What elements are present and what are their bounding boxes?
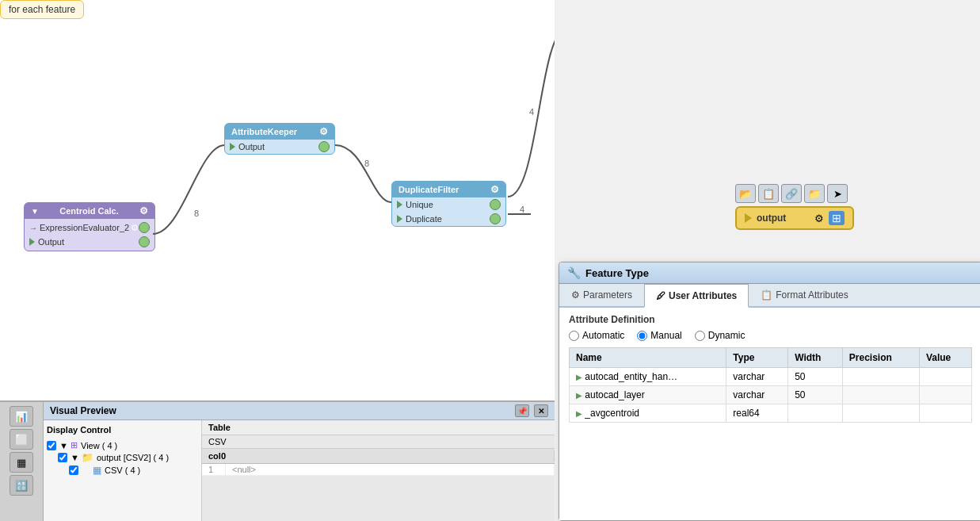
dc-checkbox-output[interactable] — [58, 453, 67, 462]
canvas-area: for each feature ▼ Centroid Calc. ⚙ → Ex… — [0, 0, 555, 404]
ak-output-arrow — [230, 143, 235, 151]
radio-manual-label: Manual — [650, 330, 681, 341]
svg-text:8: 8 — [364, 159, 369, 168]
table-subtitle: CSV — [208, 437, 227, 446]
radio-dynamic[interactable]: Dynamic — [695, 330, 745, 341]
table-row-num: 1 — [202, 464, 226, 475]
svg-text:4: 4 — [520, 205, 524, 214]
centroid-calc-gear[interactable]: ⚙ — [139, 205, 148, 216]
dc-item-output: ▼ 📁 output [CSV2] ( 4 ) — [47, 451, 198, 464]
attr-value-cell — [919, 404, 971, 423]
toolbar-strip: 📂 📋 🔗 📁 ➤ — [735, 184, 848, 203]
duplicate-filter-gear[interactable]: ⚙ — [490, 184, 499, 195]
output-node-table-icon[interactable]: ⊞ — [829, 211, 845, 225]
vp-pin-btn[interactable]: 📌 — [515, 404, 529, 417]
dc-item-view: ▼ ⊞ View ( 4 ) — [47, 439, 198, 451]
radio-automatic-input[interactable] — [569, 331, 579, 341]
radio-manual[interactable]: Manual — [637, 330, 681, 341]
output-arrow-icon — [29, 238, 35, 246]
dc-checkbox-csv[interactable] — [69, 465, 78, 475]
table-title: Table — [208, 423, 231, 432]
dc-label-csv: CSV ( 4 ) — [105, 465, 140, 475]
dc-title: Display Control — [47, 423, 198, 436]
attr-table-body: ▶ autocad_entity_han… varchar 50 ▶ autoc… — [570, 368, 972, 423]
attr-width-cell — [788, 404, 843, 423]
df-duplicate-label: Duplicate — [406, 214, 442, 224]
ft-tabs: ⚙ Parameters 🖊 User Attributes 📋 Format … — [559, 284, 980, 308]
table-section: Table CSV col0 1 <null> — [202, 420, 555, 521]
attr-width-cell: 50 — [788, 386, 843, 404]
attr-table-header-row: Name Type Width Precision Value — [570, 348, 972, 368]
ft-attr-def-section: Attribute Definition Automatic Manual Dy… — [559, 308, 980, 347]
tb-open-btn[interactable]: 📂 — [735, 184, 756, 203]
centroid-output-circle[interactable] — [139, 236, 150, 247]
centroid-calc-label: Centroid Calc. — [59, 206, 119, 216]
output-node[interactable]: output ⚙ ⊞ — [735, 206, 854, 230]
left-btn-1[interactable]: 📊 — [10, 406, 33, 427]
tb-arrow-btn[interactable]: ➤ — [827, 184, 848, 203]
attr-table: Name Type Width Precision Value ▶ autoca… — [569, 347, 972, 423]
attr-value-cell — [919, 386, 971, 404]
left-btn-3[interactable]: ▦ — [10, 452, 33, 473]
bottom-panel: 📊 ⬜ ▦ 🔠 Visual Preview 📌 ✕ Display Contr… — [0, 400, 555, 521]
attr-type-cell: real64 — [726, 404, 788, 423]
dc-table-icon: ▦ — [93, 465, 101, 476]
tb-copy-btn[interactable]: 📋 — [758, 184, 779, 203]
left-btn-2[interactable]: ⬜ — [10, 429, 33, 450]
dc-label-output: output [CSV2] ( 4 ) — [97, 453, 169, 462]
table-row: ▶ autocad_entity_han… varchar 50 — [570, 368, 972, 386]
centroid-calc-node[interactable]: ▼ Centroid Calc. ⚙ → ExpressionEvaluator… — [24, 202, 155, 251]
ak-output-label: Output — [238, 142, 265, 151]
tb-folder-btn[interactable]: 📁 — [804, 184, 825, 203]
attr-name-cell: ▶ _avgcentroid — [570, 404, 726, 423]
expr-eval-output-port[interactable] — [139, 222, 150, 233]
col-precision: Precision — [842, 348, 919, 368]
output-node-gear-icon[interactable]: ⚙ — [814, 213, 824, 224]
df-unique-circle[interactable] — [490, 199, 501, 210]
ak-output-port: Output — [225, 140, 334, 154]
radio-manual-input[interactable] — [637, 331, 647, 341]
radio-automatic[interactable]: Automatic — [569, 330, 624, 341]
attr-row-arrow: ▶ — [576, 409, 582, 418]
attr-precision-cell — [842, 368, 919, 386]
dc-icon-view: ⊞ — [71, 440, 78, 450]
left-btn-4[interactable]: 🔠 — [10, 475, 33, 496]
ft-content: Attribute Definition Automatic Manual Dy… — [559, 308, 980, 520]
col-width: Width — [788, 348, 843, 368]
tab-format-attributes[interactable]: 📋 Format Attributes — [749, 284, 860, 306]
svg-text:8: 8 — [194, 209, 199, 218]
dc-expand-output[interactable]: ▼ — [71, 453, 78, 462]
ft-radio-group: Automatic Manual Dynamic — [569, 330, 972, 341]
expr-eval-gear[interactable]: ⚙ — [131, 223, 139, 233]
table-cell-0-0: <null> — [226, 464, 555, 475]
col-value: Value — [919, 348, 971, 368]
tab-parameters[interactable]: ⚙ Parameters — [559, 284, 644, 306]
df-duplicate-circle[interactable] — [490, 213, 501, 224]
vp-close-btn[interactable]: ✕ — [534, 404, 548, 417]
table-row-0: 1 <null> — [202, 464, 555, 476]
radio-dynamic-input[interactable] — [695, 331, 705, 341]
duplicate-filter-node[interactable]: DuplicateFilter ⚙ Unique Duplicate — [391, 181, 506, 227]
attr-name-cell: ▶ autocad_layer — [570, 386, 726, 404]
attribute-keeper-gear[interactable]: ⚙ — [319, 126, 328, 137]
centroid-output-label: Output — [38, 237, 64, 247]
dc-folder-icon: 📁 — [82, 452, 93, 463]
duplicate-filter-label: DuplicateFilter — [398, 185, 459, 194]
radio-dynamic-label: Dynamic — [708, 330, 745, 341]
df-duplicate-port: Duplicate — [392, 212, 505, 226]
dc-checkbox-view[interactable] — [47, 441, 56, 450]
attr-row-arrow: ▶ — [576, 373, 582, 381]
attribute-keeper-node[interactable]: AttributeKeeper ⚙ Output — [224, 123, 335, 155]
attr-precision-cell — [842, 404, 919, 423]
ft-title-text: Feature Type — [585, 267, 649, 279]
ft-titlebar: 🔧 Feature Type — [559, 262, 980, 284]
tab-user-attributes[interactable]: 🖊 User Attributes — [644, 284, 749, 308]
parameters-tab-icon: ⚙ — [571, 289, 580, 301]
ak-output-circle[interactable] — [318, 141, 330, 152]
centroid-output-port: Output — [25, 235, 154, 249]
svg-text:4: 4 — [529, 107, 534, 117]
dc-expand-view[interactable]: ▼ — [59, 441, 67, 450]
centroid-calc-sub: → ExpressionEvaluator_2 ⚙ — [25, 220, 154, 235]
format-attr-tab-icon: 📋 — [761, 289, 772, 301]
tb-link-btn[interactable]: 🔗 — [781, 184, 802, 203]
